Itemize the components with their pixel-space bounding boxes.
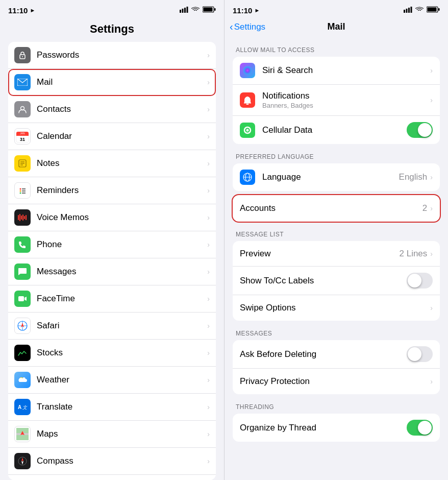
settings-item-mail[interactable]: Mail › (8, 69, 216, 96)
safari-chevron: › (207, 322, 210, 330)
settings-item-contacts[interactable]: Contacts › (8, 96, 216, 123)
language-chevron: › (430, 173, 433, 181)
translate-chevron: › (207, 403, 210, 411)
swipe-options-chevron: › (430, 304, 433, 312)
accounts-value: 2 (422, 203, 427, 213)
show-tocc-text: Show To/Cc Labels (240, 276, 407, 286)
accounts-card[interactable]: Accounts 2 › (233, 195, 440, 222)
mail-icon (14, 74, 31, 90)
notifications-label: Notifications (262, 91, 430, 101)
notifications-sublabel: Banners, Badges (262, 102, 430, 109)
calendar-chevron: › (207, 132, 210, 140)
messages-header: MESSAGES (233, 322, 440, 340)
svg-rect-53 (406, 9, 408, 13)
notifications-icon (240, 92, 255, 108)
back-label: Settings (234, 22, 265, 32)
reminders-icon (14, 182, 31, 199)
mail-label: Mail (37, 77, 207, 87)
allow-mail-card: Siri & Search › Notifications Banners, B… (233, 57, 440, 144)
svg-rect-2 (184, 8, 186, 13)
facetime-label: FaceTime (37, 294, 207, 304)
facetime-chevron: › (207, 295, 210, 303)
stocks-icon (14, 345, 31, 361)
phone-label: Phone (37, 239, 207, 250)
settings-item-passwords[interactable]: Passwords › (8, 42, 216, 69)
ask-before-deleting-label: Ask Before Deleting (240, 349, 407, 359)
voice-memos-label: Voice Memos (37, 212, 207, 223)
cellular-data-label: Cellular Data (262, 125, 407, 135)
svg-rect-0 (180, 10, 181, 13)
calendar-label: Calendar (37, 131, 207, 141)
language-item[interactable]: Language English › (233, 163, 440, 191)
contacts-label: Contacts (37, 104, 207, 114)
svg-rect-54 (408, 8, 410, 13)
left-location-icon: ► (30, 7, 35, 13)
message-list-header: MESSAGE LIST (233, 223, 440, 241)
settings-item-compass[interactable]: Compass › (8, 448, 216, 475)
svg-marker-45 (21, 461, 23, 465)
notifications-item[interactable]: Notifications Banners, Badges › (233, 85, 440, 116)
compass-icon (14, 453, 31, 469)
cellular-data-toggle[interactable] (407, 122, 433, 138)
signal-icon (180, 7, 188, 14)
left-time: 11:10 ► (8, 6, 35, 15)
svg-rect-3 (187, 7, 188, 13)
settings-item-voice-memos[interactable]: Voice Memos › (8, 204, 216, 231)
maps-label: Maps (37, 429, 207, 439)
notifications-text: Notifications Banners, Badges (262, 91, 430, 109)
ask-before-deleting-item[interactable]: Ask Before Deleting (233, 340, 440, 369)
accounts-item[interactable]: Accounts 2 › (233, 195, 440, 222)
svg-point-8 (22, 56, 23, 57)
settings-item-reminders[interactable]: Reminders › (8, 177, 216, 204)
compass-chevron: › (207, 457, 210, 465)
privacy-protection-label: Privacy Protection (240, 376, 430, 387)
preview-item[interactable]: Preview 2 Lines › (233, 241, 440, 267)
allow-mail-header: ALLOW MAIL TO ACCESS (233, 38, 440, 57)
svg-rect-27 (19, 214, 20, 221)
siri-search-item[interactable]: Siri & Search › (233, 57, 440, 85)
cellular-data-item[interactable]: Cellular Data (233, 116, 440, 144)
organize-by-thread-text: Organize by Thread (240, 423, 407, 433)
settings-item-maps[interactable]: Maps › (8, 421, 216, 448)
svg-text:31: 31 (20, 137, 25, 142)
settings-item-facetime[interactable]: FaceTime › (8, 285, 216, 313)
settings-item-translate[interactable]: A文 Translate › (8, 394, 216, 421)
svg-point-21 (20, 190, 21, 192)
organize-by-thread-toggle[interactable] (407, 420, 433, 436)
back-button[interactable]: ‹ Settings (230, 21, 265, 33)
settings-item-safari[interactable]: Safari › (8, 313, 216, 340)
ask-before-deleting-toggle[interactable] (407, 346, 433, 362)
show-tocc-toggle[interactable] (407, 273, 433, 289)
svg-text:A: A (18, 404, 21, 410)
svg-point-20 (20, 188, 21, 190)
organize-by-thread-item[interactable]: Organize by Thread (233, 414, 440, 442)
preview-text: Preview (240, 249, 400, 259)
right-status-icons (404, 6, 440, 14)
svg-rect-55 (411, 7, 412, 13)
show-tocc-item[interactable]: Show To/Cc Labels (233, 267, 440, 295)
settings-item-measure[interactable]: Measure › (8, 475, 216, 480)
calendar-icon: 31JAN (14, 128, 31, 145)
language-text: Language (262, 172, 399, 182)
settings-item-weather[interactable]: Weather › (8, 367, 216, 394)
settings-item-calendar[interactable]: 31JAN Calendar › (8, 123, 216, 150)
siri-search-icon (240, 63, 255, 78)
messages-chevron: › (207, 268, 210, 276)
cellular-data-icon (240, 123, 255, 138)
svg-point-22 (20, 193, 21, 194)
privacy-protection-text: Privacy Protection (240, 376, 430, 387)
swipe-options-item[interactable]: Swipe Options › (233, 295, 440, 321)
contacts-icon (14, 101, 31, 117)
settings-item-stocks[interactable]: Stocks › (8, 340, 216, 367)
translate-icon: A文 (14, 399, 31, 415)
privacy-protection-item[interactable]: Privacy Protection › (233, 369, 440, 394)
settings-item-phone[interactable]: Phone › (8, 231, 216, 258)
accounts-chevron: › (430, 204, 433, 212)
facetime-icon (14, 291, 31, 307)
left-header: Settings (0, 18, 224, 42)
language-icon (240, 170, 255, 185)
settings-item-messages[interactable]: Messages › (8, 258, 216, 285)
organize-by-thread-knob (418, 421, 432, 435)
settings-item-notes[interactable]: Notes › (8, 150, 216, 177)
svg-rect-57 (428, 8, 437, 12)
